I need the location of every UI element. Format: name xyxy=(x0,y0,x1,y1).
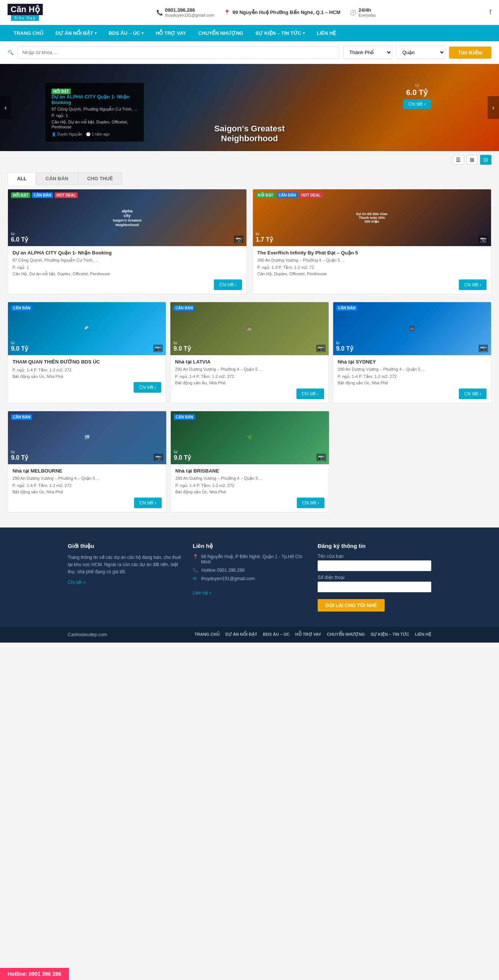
slider-next-button[interactable]: › xyxy=(488,96,499,119)
listing-badges: CĂN BÁN xyxy=(173,305,195,311)
listing-body: THAM QUAN THIÊN ĐƯỜNG BDS ÚC P. ngủ: 1-4… xyxy=(8,355,166,396)
grid-view-button[interactable]: ⊞ xyxy=(466,155,478,165)
listing-title: THAM QUAN THIÊN ĐƯỜNG BDS ÚC xyxy=(13,359,161,366)
footer-nav-lien-he[interactable]: LIÊN HỆ xyxy=(415,632,431,637)
hero-detail-button[interactable]: Chi tiết › xyxy=(403,99,431,109)
nav-trang-chu[interactable]: TRANG CHỦ xyxy=(8,25,49,41)
camera-icon: 📷 xyxy=(234,235,243,243)
footer-nav-ho-tro[interactable]: HỖ TRỢ VAY xyxy=(295,632,321,637)
listing-badges: CĂN BÁN xyxy=(174,414,195,420)
listing-card: 🏰 CĂN BÁN từ 9.0 Tỷ 📷 Nhà tại LATVIA 290… xyxy=(170,302,329,403)
footer-contact-link[interactable]: Liên hệ » xyxy=(193,590,211,596)
camera-icon: 📷 xyxy=(478,235,488,243)
camera-icon: 📷 xyxy=(478,345,488,352)
slider-prev-button[interactable]: ‹ xyxy=(0,96,11,119)
listing-card: 🏙️ CĂN BÁN từ 9.0 Tỷ 📷 Nhà tại MELBOURNE… xyxy=(8,411,167,512)
email: thuyduyen191@gmail.com xyxy=(165,13,214,18)
badge-can-ban: CĂN BÁN xyxy=(277,192,298,198)
hero-title: Dự án ALPHA CITY Quận 1- Nhận Booking xyxy=(51,94,138,105)
search-bar: 🔍 Thành Phố Hồ Chí Minh Hà Nội Quận Quận… xyxy=(0,41,499,64)
clock-icon: 🕐 xyxy=(350,10,356,16)
listing-details: P. ngủ: 1-4 P. Tắm: 1-2 m2: 272 xyxy=(175,483,324,488)
detail-button[interactable]: Chi tiết › xyxy=(133,382,161,393)
badge-can-ban: CĂN BÁN xyxy=(336,305,358,311)
chevron-down-icon: ▾ xyxy=(95,31,97,35)
detail-button[interactable]: Chi tiết › xyxy=(459,280,486,290)
footer-nav-trang-chu[interactable]: TRANG CHỦ xyxy=(195,632,219,637)
nav-ho-tro-vay[interactable]: HỖ TRỢ VAY xyxy=(149,25,192,41)
listing-title: Nhà tại MELBOURNE xyxy=(13,468,162,474)
listing-card: 🌉 CĂN BÁN từ 9.0 Tỷ 📷 Nhà tại SYDNEY 290… xyxy=(333,302,491,403)
tab-cho-thue[interactable]: CHO THUÊ xyxy=(78,172,122,185)
listing-details: P. ngủ: 1-4 P. Tắm: 1-2 m2: 272 xyxy=(13,368,161,372)
goi-lai-button[interactable]: GỌI LẠI CHO TÔI NHÉ xyxy=(318,599,385,612)
nav-du-an[interactable]: DỰ ÁN NỔI BẬT ▾ xyxy=(49,25,103,41)
listing-footer: Chi tiết › xyxy=(338,388,486,399)
phone-label: Số điện thoại xyxy=(318,575,431,580)
detail-button[interactable]: Chi tiết › xyxy=(214,280,242,290)
badge-can-ban: CĂN BÁN xyxy=(11,414,32,420)
footer-nav-bds[interactable]: BDS ÂU – ÚC xyxy=(263,632,290,637)
detail-button[interactable]: Chi tiết › xyxy=(134,498,162,508)
footer-nav-chuyen-nhuong[interactable]: CHUYỂN NHƯỢNG xyxy=(327,632,365,637)
hero-badge: NỔI BẬT xyxy=(51,89,71,94)
listing-types: Bất động sản Úc, Nhà Phố xyxy=(13,490,162,495)
logo-name: Căn Hộ xyxy=(8,4,43,15)
facebook-icon[interactable]: f xyxy=(489,8,491,16)
footer-intro-link[interactable]: Chi tiết » xyxy=(68,580,86,585)
listing-badges: NỔI BẬT CĂN BÁN HOT DEAL xyxy=(256,192,323,198)
listing-details: P. ngủ: 1 xyxy=(13,265,242,270)
badge-can-ban: CĂN BÁN xyxy=(11,305,32,311)
nav-lien-he[interactable]: LIÊN HỆ xyxy=(311,25,342,41)
listing-footer: Chi tiết › xyxy=(257,280,487,290)
listing-row-3: 🌊 CĂN BÁN từ 9.0 Tỷ 📷 THAM QUAN THIÊN ĐƯ… xyxy=(8,302,491,403)
listing-body: Nhà tại BRISBANE 290 An Dương Vương – Ph… xyxy=(171,464,329,512)
listing-types: Bất động sản Úc, Nhà Phố xyxy=(13,374,161,379)
listing-address: 290 An Dương Vương – Phường 4 – Quận 5 .… xyxy=(257,258,487,263)
detail-button[interactable]: Chi tiết › xyxy=(459,388,486,399)
listing-title: Nhà tại SYDNEY xyxy=(338,359,486,366)
listing-image: Dự Án Đã Bán GiaoThanh toán 20%500 triệu… xyxy=(253,189,491,246)
badge-noi-bat: NỔI BẬT xyxy=(11,192,30,198)
empty-slot xyxy=(333,411,491,512)
listing-badges: CĂN BÁN xyxy=(11,414,32,420)
footer-contact-phone: 📞 Hotline 0901.396.286 xyxy=(193,568,306,573)
badge-can-ban: CĂN BÁN xyxy=(173,305,195,311)
view-toggle: ☰ ⊞ ⊟ xyxy=(0,151,499,169)
search-input[interactable] xyxy=(17,46,339,59)
grid3-view-button[interactable]: ⊟ xyxy=(480,155,491,165)
listing-body: Nhà tại LATVIA 290 An Dương Vương – Phườ… xyxy=(170,355,328,403)
detail-button[interactable]: Chi tiết › xyxy=(296,388,324,399)
city-select[interactable]: Thành Phố Hồ Chí Minh Hà Nội xyxy=(343,46,392,59)
phone-icon: 📞 xyxy=(193,568,199,573)
listing-price: từ 1.7 Tỷ xyxy=(256,232,273,243)
nav-chuyen-nhuong[interactable]: CHUYỂN NHƯỢNG xyxy=(192,25,249,41)
listing-body: Dự án ALPHA CITY Quận 1- Nhận Booking 87… xyxy=(8,246,246,294)
listing-tabs: ALL CĂN BÁN CHO THUÊ xyxy=(0,169,499,185)
listing-types: Căn Hộ, Dự án nổi bật, Duplex, Officetel… xyxy=(13,272,242,277)
nav-bds-au-uc[interactable]: BDS ÂU – ÚC ▾ xyxy=(103,25,149,41)
contact-hours: 🕐 24/4h Everyday xyxy=(350,7,376,18)
nav-su-kien[interactable]: SỰ KIỆN – TIN TỨC ▾ xyxy=(249,25,311,41)
listing-image: 🏙️ CĂN BÁN từ 9.0 Tỷ 📷 xyxy=(8,411,166,464)
listing-title: The EverRich Infinity By Phát Đạt – Quận… xyxy=(257,250,487,256)
detail-button[interactable]: Chi tiết › xyxy=(297,498,324,508)
listing-types: Bất động sản Úc, Nhà Phố xyxy=(338,380,486,385)
tab-all[interactable]: ALL xyxy=(8,172,36,185)
listing-footer: Chi tiết › xyxy=(13,382,161,393)
tab-can-ban[interactable]: CĂN BÁN xyxy=(36,172,78,185)
badge-hot-deal: HOT DEAL xyxy=(299,192,323,198)
camera-icon: 📷 xyxy=(316,453,326,461)
name-input[interactable] xyxy=(318,560,431,571)
list-view-button[interactable]: ☰ xyxy=(453,155,464,165)
listing-types: Bất động sản Úc, Nhà Phố xyxy=(175,490,324,495)
listing-price: từ 9.0 Tỷ xyxy=(11,341,28,352)
phone-input[interactable] xyxy=(318,582,431,592)
district-select[interactable]: Quận Quận 1 Quận 2 xyxy=(396,46,445,59)
footer-nav-su-kien[interactable]: SỰ KIỆN – TIN TỨC xyxy=(371,632,409,637)
listing-body: Nhà tại SYDNEY 290 An Dương Vương – Phườ… xyxy=(333,355,491,403)
site-logo[interactable]: Căn Hộ Siêu Đẹp xyxy=(8,4,43,21)
search-button[interactable]: Tìm Kiếm xyxy=(449,46,491,59)
footer-nav-du-an[interactable]: DỰ ÁN NỔI BẬT xyxy=(225,632,257,637)
listing-price: từ 9.0 Tỷ xyxy=(336,341,353,352)
